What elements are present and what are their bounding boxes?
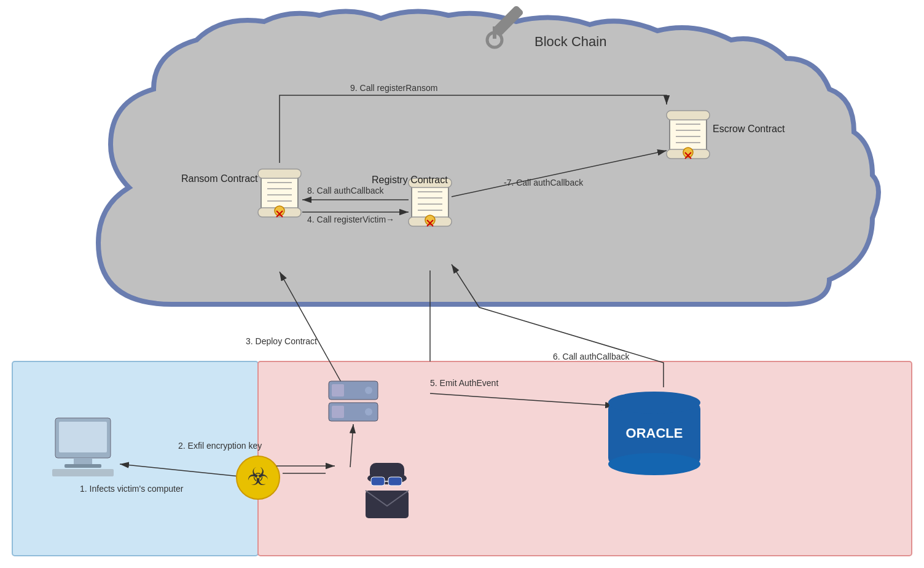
svg-text:6. Call authCallback: 6. Call authCallback <box>553 352 630 361</box>
svg-point-66 <box>365 387 372 394</box>
svg-point-79 <box>608 392 700 414</box>
svg-text:1. Infects victim's computer: 1. Infects victim's computer <box>80 484 184 494</box>
svg-text:Registry Contract: Registry Contract <box>372 175 448 185</box>
svg-rect-0 <box>12 361 258 556</box>
svg-text:-7. Call authCallback: -7. Call authCallback <box>504 178 584 187</box>
attacker-icon <box>366 463 409 518</box>
svg-text:Block Chain: Block Chain <box>534 34 606 49</box>
svg-text:8. Call authCallback: 8. Call authCallback <box>307 186 385 195</box>
svg-rect-29 <box>667 111 710 120</box>
svg-rect-61 <box>74 458 92 464</box>
svg-rect-68 <box>332 406 344 418</box>
svg-rect-4 <box>493 26 496 39</box>
svg-rect-60 <box>59 422 107 452</box>
svg-text:5. Emit AuthEvent: 5. Emit AuthEvent <box>430 378 498 388</box>
svg-text:9. Call registerRansom: 9. Call registerRansom <box>350 83 437 93</box>
svg-text:3. Deploy Contract: 3. Deploy Contract <box>246 336 317 346</box>
svg-point-80 <box>608 453 700 475</box>
biohazard-icon: ☣ <box>237 456 280 499</box>
svg-rect-73 <box>388 477 402 486</box>
svg-point-69 <box>365 408 372 416</box>
svg-text:☣: ☣ <box>247 463 269 490</box>
svg-text:4. Call registerVictim→: 4. Call registerVictim→ <box>307 215 394 224</box>
oracle-icon: ORACLE <box>608 392 700 475</box>
svg-text:ORACLE: ORACLE <box>626 425 683 441</box>
svg-text:Ransom Contract: Ransom Contract <box>181 173 258 184</box>
svg-rect-65 <box>332 384 344 396</box>
svg-text:Escrow Contract: Escrow Contract <box>713 124 785 134</box>
svg-rect-72 <box>371 477 385 486</box>
svg-text:2. Exfil encryption key: 2. Exfil encryption key <box>178 441 262 451</box>
svg-rect-7 <box>258 169 301 178</box>
svg-rect-62 <box>65 464 101 468</box>
svg-rect-63 <box>52 469 114 476</box>
